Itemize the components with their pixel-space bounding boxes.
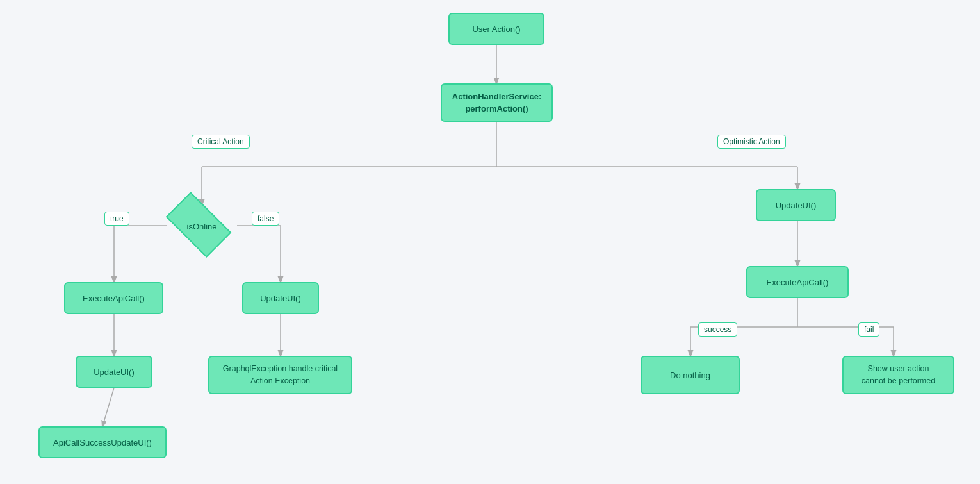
success-label: success xyxy=(698,322,737,337)
user-action-node: User Action() xyxy=(448,13,544,45)
fail-text: fail xyxy=(864,325,874,334)
graphql-exception-node: GraphqlException handle criticalAction E… xyxy=(208,356,352,394)
is-online-diamond-wrapper: isOnline xyxy=(147,204,256,249)
update-ui-mid-label: UpdateUI() xyxy=(260,294,301,303)
false-label: false xyxy=(252,212,279,226)
update-ui-left-label: UpdateUI() xyxy=(94,367,135,377)
show-user-action-label: Show user actioncannot be performed xyxy=(862,363,935,387)
action-handler-label: ActionHandlerService:performAction() xyxy=(452,90,541,115)
optimistic-action-text: Optimistic Action xyxy=(723,137,780,146)
fail-label: fail xyxy=(858,322,879,337)
update-ui-right-node: UpdateUI() xyxy=(756,189,836,221)
true-label: true xyxy=(104,212,129,226)
false-text: false xyxy=(257,214,274,223)
show-user-action-node: Show user actioncannot be performed xyxy=(842,356,954,394)
critical-action-text: Critical Action xyxy=(197,137,244,146)
do-nothing-node: Do nothing xyxy=(641,356,740,394)
execute-api-left-label: ExecuteApiCall() xyxy=(83,294,145,303)
diagram-container: User Action() ActionHandlerService:perfo… xyxy=(0,0,980,484)
svg-line-10 xyxy=(102,388,114,426)
update-ui-left-node: UpdateUI() xyxy=(76,356,152,388)
user-action-label: User Action() xyxy=(472,24,520,34)
action-handler-node: ActionHandlerService:performAction() xyxy=(441,83,553,122)
execute-api-left-node: ExecuteApiCall() xyxy=(64,282,163,314)
api-call-success-label: ApiCallSuccessUpdateUI() xyxy=(53,438,152,447)
update-ui-mid-node: UpdateUI() xyxy=(242,282,319,314)
do-nothing-label: Do nothing xyxy=(670,371,710,380)
true-text: true xyxy=(110,214,124,223)
api-call-success-node: ApiCallSuccessUpdateUI() xyxy=(38,426,167,458)
execute-api-right-label: ExecuteApiCall() xyxy=(767,278,829,287)
success-text: success xyxy=(704,325,731,334)
execute-api-right-node: ExecuteApiCall() xyxy=(746,266,849,298)
optimistic-action-label: Optimistic Action xyxy=(717,135,786,149)
graphql-exception-label: GraphqlException handle criticalAction E… xyxy=(223,363,338,387)
is-online-label: isOnline xyxy=(187,222,217,231)
update-ui-right-label: UpdateUI() xyxy=(776,201,817,210)
critical-action-label: Critical Action xyxy=(192,135,250,149)
